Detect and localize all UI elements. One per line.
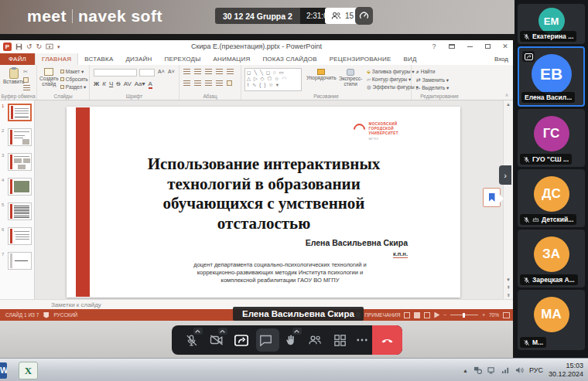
participant-tile[interactable]: ЕМ Екатерина ... xyxy=(518,4,585,44)
format-painter-icon[interactable] xyxy=(23,85,30,90)
signal-icon[interactable] xyxy=(501,366,510,374)
align-left-icon[interactable] xyxy=(183,80,190,86)
layout-button[interactable]: Макет ▾ xyxy=(60,68,88,76)
tab-animations[interactable]: АНИМАЦИЯ xyxy=(207,53,257,65)
connection-quality-button[interactable] xyxy=(355,7,373,25)
tray-expand-icon[interactable]: ▲ xyxy=(463,368,468,373)
font-name-combobox[interactable] xyxy=(94,69,137,77)
volume-icon[interactable] xyxy=(515,366,524,374)
language-indicator[interactable]: РУССКИЙ xyxy=(53,312,77,318)
slide-author-block[interactable]: Елена Васильевна Скира к.п.н. доцент деп… xyxy=(152,238,408,284)
new-slide-button[interactable]: Создать слайд xyxy=(39,68,59,87)
previous-slide-icon[interactable]: ⇞ xyxy=(504,284,513,290)
more-options-button[interactable] xyxy=(352,325,372,355)
thumbnail-slide-2[interactable]: 2 xyxy=(0,128,34,146)
help-button[interactable]: ? xyxy=(429,42,439,51)
notes-button[interactable]: ПРИМЕЧАНИЯ xyxy=(364,312,400,318)
arrange-button[interactable]: Упорядочить xyxy=(306,69,337,80)
font-size-combobox[interactable] xyxy=(139,69,155,77)
close-button[interactable]: ✕ xyxy=(501,42,510,51)
participant-tile[interactable]: ДС Детский... xyxy=(518,169,585,227)
shape-fill-button[interactable]: ⬙ Заливка фигуры ▾ xyxy=(367,68,419,76)
paste-button[interactable]: Вставить xyxy=(3,68,25,84)
reset-button[interactable]: Сбросить xyxy=(60,76,88,83)
sidebar-collapse-button[interactable]: › xyxy=(499,165,511,185)
cut-icon[interactable]: ✂ xyxy=(23,69,30,75)
taskbar-clock[interactable]: 15:03 30.12.2024 xyxy=(549,362,583,379)
action-center-icon[interactable] xyxy=(473,366,482,374)
next-slide-icon[interactable]: ⇟ xyxy=(504,292,513,298)
thumbnail-slide-5[interactable]: 5 xyxy=(0,202,34,220)
slide-title[interactable]: Использование интерактивных технологий в… xyxy=(113,155,415,233)
tab-review[interactable]: РЕЦЕНЗИРОВАНИЕ xyxy=(323,53,398,65)
tab-home[interactable]: ГЛАВНАЯ xyxy=(35,53,78,65)
strikethrough-button[interactable]: S xyxy=(116,80,120,89)
justify-icon[interactable] xyxy=(216,80,223,86)
apps-grid-button[interactable] xyxy=(327,325,352,355)
thumbnail-slide-7[interactable]: 7 xyxy=(0,252,34,270)
scroll-up-icon[interactable]: ▲ xyxy=(504,102,513,107)
grow-font-icon[interactable]: A˄ xyxy=(158,69,165,74)
numbering-icon[interactable] xyxy=(194,69,201,74)
view-normal-icon[interactable] xyxy=(404,312,410,318)
shape-outline-button[interactable]: ▱ Контур фигуры ▾ xyxy=(367,76,419,83)
underline-button[interactable]: Ч xyxy=(109,80,113,89)
microphone-button[interactable] xyxy=(179,325,204,355)
align-center-icon[interactable] xyxy=(194,80,201,86)
tab-view[interactable]: ВИД xyxy=(398,53,423,65)
shape-effects-button[interactable]: ◍ Эффекты фигуры ▾ xyxy=(367,83,419,91)
restore-button[interactable] xyxy=(483,42,492,51)
fit-to-window-icon[interactable] xyxy=(503,312,510,318)
view-slideshow-icon[interactable] xyxy=(434,312,439,318)
excel-taskbar-icon[interactable]: X xyxy=(19,362,38,379)
zoom-in-icon[interactable]: + xyxy=(482,312,485,318)
view-reading-icon[interactable] xyxy=(424,312,430,318)
shrink-font-icon[interactable]: A˅ xyxy=(168,69,175,74)
participants-button[interactable] xyxy=(303,325,328,355)
participant-tile[interactable]: МА М... xyxy=(518,290,585,350)
camera-button[interactable] xyxy=(204,325,229,355)
slide-canvas[interactable]: Использование интерактивных технологий в… xyxy=(67,107,460,298)
align-right-icon[interactable] xyxy=(205,80,212,86)
minimize-button[interactable] xyxy=(465,42,474,51)
raise-hand-button[interactable] xyxy=(279,325,303,355)
zoom-slider[interactable] xyxy=(450,315,478,315)
decrease-indent-icon[interactable] xyxy=(205,69,212,74)
tab-insert[interactable]: ВСТАВКА xyxy=(78,53,119,65)
network-icon[interactable] xyxy=(487,366,496,374)
language-indicator[interactable]: РУС xyxy=(529,366,543,374)
quick-styles-button[interactable]: Экспресс- стили xyxy=(339,69,362,87)
find-button[interactable]: ⌕ Найти xyxy=(416,68,449,77)
thumbnail-slide-6[interactable]: 6 xyxy=(0,227,34,245)
sign-in-link[interactable]: Вход xyxy=(494,53,508,65)
columns-icon[interactable] xyxy=(227,80,232,86)
vertical-scrollbar[interactable]: ▲ ▼ ⇞ ⇟ xyxy=(503,100,513,299)
screen-share-button[interactable] xyxy=(229,325,254,355)
hand-options-caret[interactable] xyxy=(292,328,302,335)
ribbon-options-button[interactable] xyxy=(447,42,456,51)
participant-tile[interactable]: ГС ГУО "СШ ... xyxy=(518,109,585,167)
tab-file[interactable]: ФАЙЛ xyxy=(0,53,35,65)
zoom-out-icon[interactable]: − xyxy=(443,312,446,318)
chat-button[interactable] xyxy=(254,325,279,355)
word-taskbar-icon[interactable]: W xyxy=(0,362,7,379)
section-button[interactable]: Раздел ▾ xyxy=(60,83,88,91)
char-spacing-icon[interactable]: AV xyxy=(124,80,132,89)
thumbnail-slide-3[interactable]: 3 xyxy=(0,153,34,171)
mic-options-caret[interactable] xyxy=(193,328,203,335)
bookmark-annotation[interactable] xyxy=(483,188,501,207)
zoom-level[interactable]: 70% xyxy=(489,312,499,318)
thumbnail-slide-4[interactable]: 4 xyxy=(0,178,34,196)
tab-slideshow[interactable]: ПОКАЗ СЛАЙДОВ xyxy=(256,53,323,65)
copy-icon[interactable] xyxy=(23,77,29,83)
italic-button[interactable]: К xyxy=(102,80,106,89)
spellcheck-icon[interactable] xyxy=(43,312,49,318)
view-sorter-icon[interactable] xyxy=(414,312,420,318)
shapes-gallery[interactable]: ◻ ╲ ╲ ◻ ○ ▭ △ ▷ ◇ ⬠ ☆ ◠ ⌇ ∿ ( ) ☆ ▾ xyxy=(244,68,302,91)
font-color-icon[interactable]: A xyxy=(149,80,152,89)
change-case-icon[interactable]: Aa▾ xyxy=(135,80,145,89)
bold-button[interactable]: Ж xyxy=(94,80,99,89)
participant-tile-active-presenter[interactable]: ЕВ Елена Васил... xyxy=(518,46,585,107)
leave-call-button[interactable] xyxy=(372,325,402,355)
select-button[interactable]: ▻ Выделить ▾ xyxy=(416,84,449,93)
